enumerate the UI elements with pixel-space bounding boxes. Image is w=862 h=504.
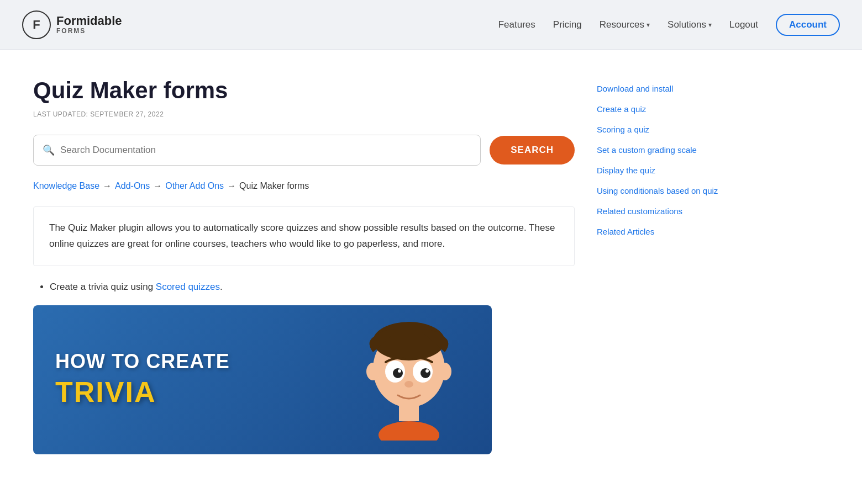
video-thumbnail[interactable]: HOW TO CREATE TRIVIA bbox=[33, 305, 492, 454]
main-wrapper: Quiz Maker forms LAST UPDATED: SEPTEMBER… bbox=[0, 50, 862, 504]
sidebar-link-grading[interactable]: Set a custom grading scale bbox=[597, 144, 751, 156]
svg-point-12 bbox=[379, 421, 439, 441]
search-input[interactable] bbox=[60, 145, 471, 156]
logo-sub: FORMS bbox=[56, 28, 122, 35]
sidebar-link-related[interactable]: Related Articles bbox=[597, 226, 751, 237]
chevron-down-icon: ▾ bbox=[646, 21, 650, 29]
sidebar-link-create-quiz[interactable]: Create a quiz bbox=[597, 103, 751, 115]
logo-text: Formidable FORMS bbox=[56, 14, 122, 35]
nav-solutions[interactable]: Solutions ▾ bbox=[667, 19, 712, 30]
sidebar-link-conditionals[interactable]: Using conditionals based on quiz bbox=[597, 185, 751, 197]
scored-quizzes-link[interactable]: Scored quizzes bbox=[156, 282, 220, 292]
bullet-item: Create a trivia quiz using Scored quizze… bbox=[50, 279, 575, 295]
bullet-text-before: Create a trivia quiz using bbox=[50, 282, 156, 292]
chevron-down-icon: ▾ bbox=[708, 21, 712, 29]
sidebar-link-display[interactable]: Display the quiz bbox=[597, 165, 751, 176]
search-icon: 🔍 bbox=[43, 144, 55, 156]
svg-point-3 bbox=[438, 363, 451, 380]
main-nav: Features Pricing Resources ▾ Solutions ▾… bbox=[498, 14, 840, 36]
svg-point-6 bbox=[393, 368, 403, 378]
svg-point-2 bbox=[366, 363, 380, 380]
account-button[interactable]: Account bbox=[776, 14, 840, 36]
video-line2: TRIVIA bbox=[55, 375, 156, 408]
last-updated: LAST UPDATED: SEPTEMBER 27, 2022 bbox=[33, 110, 575, 118]
bullet-list: Create a trivia quiz using Scored quizze… bbox=[33, 279, 575, 295]
nav-resources[interactable]: Resources ▾ bbox=[600, 19, 650, 30]
nav-features[interactable]: Features bbox=[498, 19, 535, 30]
breadcrumb-sep-1: → bbox=[103, 181, 112, 191]
search-button[interactable]: SEARCH bbox=[490, 136, 575, 165]
intro-text: The Quiz Maker plugin allows you to auto… bbox=[33, 206, 575, 266]
video-line1: HOW TO CREATE bbox=[55, 351, 230, 373]
sidebar-link-scoring[interactable]: Scoring a quiz bbox=[597, 124, 751, 135]
breadcrumb-add-ons[interactable]: Add-Ons bbox=[115, 181, 150, 191]
breadcrumb: Knowledge Base → Add-Ons → Other Add Ons… bbox=[33, 181, 575, 191]
cartoon-character bbox=[359, 319, 459, 441]
search-row: 🔍 SEARCH bbox=[33, 135, 575, 166]
logo-name: Formidable bbox=[56, 14, 122, 28]
sidebar: Download and install Create a quiz Scori… bbox=[597, 77, 751, 471]
svg-point-8 bbox=[398, 369, 401, 373]
header: F Formidable FORMS Features Pricing Reso… bbox=[0, 0, 862, 50]
sidebar-link-download[interactable]: Download and install bbox=[597, 83, 751, 94]
breadcrumb-other-add-ons[interactable]: Other Add Ons bbox=[165, 181, 224, 191]
nav-pricing[interactable]: Pricing bbox=[553, 19, 582, 30]
svg-rect-11 bbox=[399, 405, 419, 421]
breadcrumb-current: Quiz Maker forms bbox=[239, 181, 309, 191]
content-area: Quiz Maker forms LAST UPDATED: SEPTEMBER… bbox=[33, 77, 597, 471]
logo-icon: F bbox=[22, 10, 51, 39]
nav-logout[interactable]: Logout bbox=[729, 19, 758, 30]
page-title: Quiz Maker forms bbox=[33, 77, 575, 104]
search-input-wrap: 🔍 bbox=[33, 135, 481, 166]
breadcrumb-sep-2: → bbox=[153, 181, 162, 191]
logo-link[interactable]: F Formidable FORMS bbox=[22, 10, 122, 39]
sidebar-link-customizations[interactable]: Related customizations bbox=[597, 205, 751, 217]
svg-point-7 bbox=[421, 368, 430, 378]
bullet-text-after: . bbox=[220, 282, 223, 292]
breadcrumb-knowledge-base[interactable]: Knowledge Base bbox=[33, 181, 99, 191]
svg-point-9 bbox=[425, 369, 429, 373]
breadcrumb-sep-3: → bbox=[227, 181, 236, 191]
intro-paragraph: The Quiz Maker plugin allows you to auto… bbox=[49, 222, 555, 249]
svg-point-10 bbox=[404, 381, 413, 388]
